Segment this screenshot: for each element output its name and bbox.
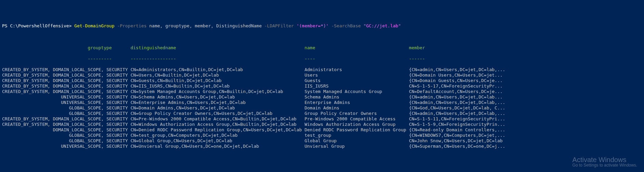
watermark-title: Activate Windows (573, 157, 637, 162)
activate-windows-watermark: Activate Windows Go to Settings to activ… (573, 157, 637, 168)
blank-line (2, 166, 642, 171)
table-row: GLOBAL_SCOPE, SECURITY CN=test_group,CN=… (2, 133, 642, 138)
table-row: CREATED_BY_SYSTEM, DOMAIN_LOCAL_SCOPE, S… (2, 83, 642, 89)
table-row: DOMAIN_LOCAL_SCOPE, SECURITY CN=Denied R… (2, 127, 642, 133)
prompt-line-1[interactable]: PS C:\PowershellOffensive> Get-DomainGro… (2, 23, 642, 29)
blank-line (2, 155, 642, 160)
table-row: UNIVERSAL_SCOPE, SECURITY CN=Unviersal G… (2, 144, 642, 149)
table-row: GLOBAL_SCOPE, SECURITY CN=Global Group,C… (2, 138, 642, 144)
table-header-underline: --------- ----------------- ---- ------ (2, 56, 642, 62)
watermark-subtitle: Go to Settings to activate Windows. (573, 162, 637, 168)
table-row: CREATED_BY_SYSTEM, DOMAIN_LOCAL_SCOPE, S… (2, 116, 642, 122)
table-row: GLOBAL_SCOPE, SECURITY CN=Group Policy C… (2, 111, 642, 116)
table-row: CREATED_BY_SYSTEM, DOMAIN_LOCAL_SCOPE, S… (2, 67, 642, 72)
table-row: GLOBAL_SCOPE, SECURITY CN=Domain Admins,… (2, 105, 642, 111)
table-row: UNIVERSAL_SCOPE, SECURITY CN=Schema Admi… (2, 94, 642, 100)
table-rows: CREATED_BY_SYSTEM, DOMAIN_LOCAL_SCOPE, S… (2, 67, 642, 149)
table-row: CREATED_BY_SYSTEM, DOMAIN_LOCAL_SCOPE, S… (2, 122, 642, 127)
table-row: UNIVERSAL_SCOPE, SECURITY CN=Enterprise … (2, 100, 642, 105)
table-row: CREATED_BY_SYSTEM, DOMAIN_LOCAL_SCOPE, S… (2, 72, 642, 78)
table-header: grouptype distinguishedname name member (2, 45, 642, 51)
blank-line (2, 34, 642, 40)
table-row: CREATED_BY_SYSTEM, DOMAIN_LOCAL_SCOPE, S… (2, 78, 642, 83)
table-row: CREATED_BY_SYSTEM, DOMAIN_LOCAL_SCOPE, S… (2, 89, 642, 94)
